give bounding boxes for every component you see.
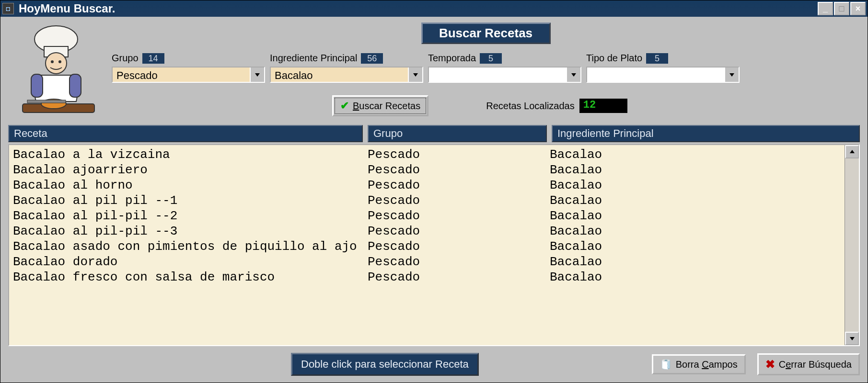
cell-grupo: Pescado — [368, 224, 550, 239]
table-row[interactable]: Bacalao a la vizcainaPescadoBacalao — [9, 147, 845, 162]
chevron-down-icon[interactable] — [724, 68, 739, 82]
cell-grupo: Pescado — [368, 193, 550, 208]
close-post: rrar Búsqueda — [791, 359, 852, 370]
combo-temporada[interactable] — [428, 67, 581, 83]
count-ingrediente: 56 — [361, 53, 383, 64]
cell-grupo: Pescado — [368, 208, 550, 224]
count-tipoplato: 5 — [646, 53, 668, 64]
cell-receta: Bacalao al pil-pil --2 — [13, 208, 368, 224]
titlebar: ◘ HoyMenu Buscar. _ □ × — [0, 0, 868, 17]
table-row[interactable]: Bacalao asado con pimientos de piquillo … — [9, 239, 845, 254]
combo-ingrediente-value: Bacalao — [271, 68, 408, 82]
header-receta[interactable]: Receta — [8, 125, 363, 142]
cell-receta: Bacalao ajoarriero — [13, 162, 368, 178]
cell-ingrediente: Bacalao — [550, 147, 841, 162]
table-row[interactable]: Bacalao ajoarrieroPescadoBacalao — [9, 162, 845, 178]
cell-receta: Bacalao asado con pimientos de piquillo … — [13, 239, 368, 254]
svg-rect-9 — [27, 100, 66, 103]
filter-temporada: Temporada 5 — [428, 53, 581, 83]
hint-banner: Doble click para seleccionar Receta — [291, 353, 479, 376]
combo-ingrediente[interactable]: Bacalao — [270, 67, 423, 83]
count-temporada: 5 — [480, 53, 502, 64]
cell-receta: Bacalao al horno — [13, 178, 368, 193]
table-row[interactable]: Bacalao al pil-pil --3PescadoBacalao — [9, 224, 845, 239]
cell-receta: Bacalao al pil-pil --3 — [13, 224, 368, 239]
results-list-body[interactable]: Bacalao a la vizcainaPescadoBacalaoBacal… — [9, 145, 845, 345]
svg-marker-13 — [729, 73, 734, 77]
window-title: HoyMenu Buscar. — [19, 2, 818, 15]
clear-fields-button[interactable]: 🧻 Borra Campos — [652, 354, 746, 374]
combo-grupo[interactable]: Pescado — [112, 67, 265, 83]
cell-ingrediente: Bacalao — [550, 239, 841, 254]
cell-grupo: Pescado — [368, 239, 550, 254]
count-grupo: 14 — [142, 53, 164, 64]
scroll-down-icon[interactable] — [845, 332, 859, 345]
table-row[interactable]: Bacalao al pil-pil --2PescadoBacalao — [9, 208, 845, 224]
search-button-label-rest: uscar Recetas — [359, 101, 420, 111]
chevron-down-icon[interactable] — [566, 68, 580, 82]
minimize-button[interactable]: _ — [818, 2, 833, 15]
svg-marker-11 — [413, 73, 418, 77]
eraser-icon: 🧻 — [660, 359, 672, 370]
filter-tipoplato: Tipo de Plato 5 — [586, 53, 740, 83]
scrollbar[interactable] — [845, 145, 859, 345]
clear-post: ampos — [709, 359, 738, 370]
cell-grupo: Pescado — [368, 162, 550, 178]
cell-receta: Bacalao a la vizcaina — [13, 147, 368, 162]
maximize-button[interactable]: □ — [834, 2, 849, 15]
chef-illustration — [8, 23, 104, 123]
close-search-button[interactable]: ✖ Cerrar Búsqueda — [757, 353, 860, 375]
search-button[interactable]: ✔ Buscar Recetas — [332, 95, 428, 116]
cell-grupo: Pescado — [368, 147, 550, 162]
cell-grupo: Pescado — [368, 254, 550, 270]
located-count: 12 — [579, 99, 627, 113]
located-label: Recetas Localizadas — [486, 101, 575, 112]
label-ingrediente: Ingrediente Principal — [270, 53, 357, 64]
page-title: Buscar Recetas — [421, 23, 551, 44]
svg-rect-5 — [31, 74, 43, 97]
svg-marker-12 — [571, 73, 576, 77]
svg-marker-14 — [850, 150, 855, 153]
header-grupo[interactable]: Grupo — [368, 125, 547, 142]
table-row[interactable]: Bacalao al pil pil --1PescadoBacalao — [9, 193, 845, 208]
svg-point-4 — [58, 60, 61, 63]
filter-ingrediente: Ingrediente Principal 56 Bacalao — [270, 53, 423, 83]
close-button[interactable]: × — [850, 2, 866, 15]
table-row[interactable]: Bacalao fresco con salsa de mariscoPesca… — [9, 270, 845, 285]
cell-receta: Bacalao fresco con salsa de marisco — [13, 270, 368, 285]
close-pre: C — [779, 359, 786, 370]
table-row[interactable]: Bacalao al hornoPescadoBacalao — [9, 178, 845, 193]
close-u: e — [786, 359, 791, 370]
cell-ingrediente: Bacalao — [550, 178, 841, 193]
header-ingrediente[interactable]: Ingrediente Principal — [552, 125, 860, 142]
results-list: Bacalao a la vizcainaPescadoBacalaoBacal… — [8, 144, 860, 346]
cell-ingrediente: Bacalao — [550, 224, 841, 239]
combo-tipoplato[interactable] — [586, 67, 740, 83]
clear-pre: Borra — [676, 359, 702, 370]
cell-ingrediente: Bacalao — [550, 162, 841, 178]
svg-marker-10 — [255, 73, 260, 77]
combo-tipoplato-value — [587, 68, 724, 82]
cell-receta: Bacalao dorado — [13, 254, 368, 270]
label-tipoplato: Tipo de Plato — [586, 53, 642, 64]
chevron-down-icon[interactable] — [250, 68, 264, 82]
cell-ingrediente: Bacalao — [550, 193, 841, 208]
clear-u: C — [702, 359, 708, 370]
column-headers: Receta Grupo Ingrediente Principal — [8, 125, 860, 142]
cell-ingrediente: Bacalao — [550, 208, 841, 224]
client-area: Buscar Recetas Grupo 14 Pescado — [0, 17, 868, 383]
chevron-down-icon[interactable] — [408, 68, 422, 82]
scroll-up-icon[interactable] — [845, 145, 859, 158]
app-icon: ◘ — [2, 3, 14, 14]
label-grupo: Grupo — [112, 53, 139, 64]
scroll-track[interactable] — [845, 158, 859, 332]
app-window: ◘ HoyMenu Buscar. _ □ × — [0, 0, 868, 383]
cell-ingrediente: Bacalao — [550, 270, 841, 285]
filter-grupo: Grupo 14 Pescado — [112, 53, 265, 83]
check-icon: ✔ — [340, 100, 349, 112]
table-row[interactable]: Bacalao doradoPescadoBacalao — [9, 254, 845, 270]
svg-marker-15 — [850, 337, 855, 340]
combo-temporada-value — [429, 68, 566, 82]
svg-point-3 — [51, 60, 54, 63]
cell-receta: Bacalao al pil pil --1 — [13, 193, 368, 208]
